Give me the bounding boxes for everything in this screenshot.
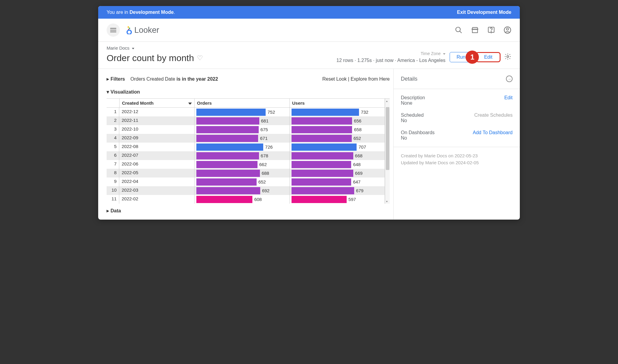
bar-fill bbox=[196, 143, 263, 151]
users-cell: 658 bbox=[290, 125, 385, 134]
bar-value-label: 678 bbox=[261, 153, 268, 158]
scroll-down-icon: ▾ bbox=[386, 200, 388, 203]
look-settings-button[interactable] bbox=[504, 53, 511, 61]
created-by-text: Created by Marie Docs on 2022-05-23 bbox=[401, 153, 513, 159]
exit-dev-mode-button[interactable]: Exit Development Mode bbox=[457, 10, 511, 15]
favorite-icon[interactable]: ♡ bbox=[197, 54, 203, 62]
row-index: 10 bbox=[107, 186, 119, 195]
marketplace-icon[interactable] bbox=[471, 26, 479, 34]
main-menu-button[interactable] bbox=[107, 23, 120, 37]
dev-banner-prefix: You are in bbox=[107, 10, 130, 15]
scrollbar-thumb[interactable] bbox=[386, 107, 389, 170]
month-cell[interactable]: 2022-03 bbox=[119, 186, 195, 195]
users-cell: 707 bbox=[290, 143, 385, 151]
breadcrumb[interactable]: Marie Docs bbox=[107, 45, 511, 51]
row-index: 6 bbox=[107, 151, 119, 160]
row-index: 7 bbox=[107, 160, 119, 169]
table-row: 72022-06662648 bbox=[107, 160, 385, 169]
orders-cell: 662 bbox=[195, 160, 290, 169]
query-stats: 12 rows · 1.275s · just now · America - … bbox=[336, 58, 445, 63]
users-cell: 652 bbox=[290, 134, 385, 143]
dashboards-block: On Dashboards No bbox=[401, 130, 435, 141]
bar-fill bbox=[292, 170, 353, 177]
bar-fill bbox=[196, 126, 259, 133]
table-row: 112022-02608597 bbox=[107, 195, 385, 204]
account-icon[interactable] bbox=[504, 26, 511, 34]
bar-fill bbox=[196, 135, 258, 142]
dashboards-label: On Dashboards bbox=[401, 130, 435, 135]
bar-fill bbox=[196, 187, 260, 194]
add-to-dashboard-link[interactable]: Add To Dashboard bbox=[473, 130, 513, 141]
bar-value-label: 679 bbox=[356, 188, 364, 193]
users-cell: 597 bbox=[290, 195, 385, 204]
filters-toggle[interactable]: Filters bbox=[107, 76, 125, 82]
month-cell[interactable]: 2022-11 bbox=[119, 116, 195, 125]
timezone-selector[interactable]: Time Zone bbox=[421, 51, 445, 56]
timezone-label: Time Zone bbox=[421, 51, 441, 56]
details-dashboards: On Dashboards No Add To Dashboard bbox=[401, 130, 513, 141]
details-body: Description None Edit Scheduled No Creat… bbox=[394, 89, 520, 147]
month-cell[interactable]: 2022-02 bbox=[119, 195, 195, 204]
row-index: 4 bbox=[107, 134, 119, 143]
dev-banner-suffix: . bbox=[174, 10, 175, 15]
table-row: 12022-12752732 bbox=[107, 108, 385, 116]
bar-value-label: 656 bbox=[354, 118, 361, 123]
bar-fill bbox=[292, 135, 352, 142]
header-row: Order count by month ♡ Time Zone 12 rows… bbox=[107, 51, 511, 63]
chevron-down-icon bbox=[187, 100, 192, 106]
bar-value-label: 608 bbox=[254, 197, 262, 202]
month-cell[interactable]: 2022-10 bbox=[119, 125, 195, 134]
month-cell[interactable]: 2022-08 bbox=[119, 143, 195, 151]
page-header: Marie Docs Order count by month ♡ Time Z… bbox=[98, 42, 520, 69]
month-cell[interactable]: 2022-07 bbox=[119, 151, 195, 160]
page-title-text: Order count by month bbox=[107, 53, 194, 63]
explore-from-here-link[interactable]: Explore from Here bbox=[351, 76, 390, 82]
table-row: 52022-08726707 bbox=[107, 143, 385, 151]
bar-fill bbox=[196, 117, 259, 125]
edit-description-link[interactable]: Edit bbox=[504, 95, 513, 106]
create-schedules-link[interactable]: Create Schedules bbox=[474, 113, 513, 123]
scrollbar[interactable]: ▴ ▾ bbox=[385, 99, 390, 204]
bar-value-label: 671 bbox=[260, 136, 267, 141]
looker-logo[interactable]: Looker bbox=[126, 26, 159, 35]
reset-look-link[interactable]: Reset Look bbox=[322, 76, 347, 82]
orders-cell: 675 bbox=[195, 125, 290, 134]
help-icon[interactable] bbox=[487, 26, 495, 34]
month-cell[interactable]: 2022-04 bbox=[119, 177, 195, 186]
data-section-toggle[interactable]: Data bbox=[107, 208, 390, 214]
details-expand-button[interactable]: → bbox=[506, 76, 513, 82]
bar-fill bbox=[292, 187, 354, 194]
month-cell[interactable]: 2022-06 bbox=[119, 160, 195, 169]
filter-separator: | bbox=[348, 76, 351, 82]
description-value: None bbox=[401, 100, 425, 106]
bar-value-label: 668 bbox=[355, 153, 363, 158]
svg-point-1 bbox=[129, 28, 130, 29]
month-cell[interactable]: 2022-05 bbox=[119, 169, 195, 177]
table-row: 102022-03692679 bbox=[107, 186, 385, 195]
orders-header[interactable]: Orders bbox=[195, 99, 290, 107]
filters-left: Filters Orders Created Date is in the ye… bbox=[107, 76, 218, 82]
search-icon[interactable] bbox=[455, 26, 463, 34]
visualization-toggle[interactable]: Visualization bbox=[107, 89, 390, 95]
orders-cell: 678 bbox=[195, 151, 290, 160]
edit-button-wrapper: 1 Edit bbox=[476, 52, 501, 62]
users-cell: 648 bbox=[290, 160, 385, 169]
users-cell: 668 bbox=[290, 151, 385, 160]
details-meta: Created by Marie Docs on 2022-05-23 Upda… bbox=[394, 147, 520, 171]
description-block: Description None bbox=[401, 95, 425, 106]
dev-banner-text: You are in Development Mode. bbox=[107, 10, 175, 15]
svg-line-5 bbox=[460, 31, 462, 33]
month-cell[interactable]: 2022-09 bbox=[119, 134, 195, 143]
created-month-header[interactable]: Created Month bbox=[119, 99, 195, 107]
users-header[interactable]: Users bbox=[290, 99, 385, 107]
edit-button[interactable]: Edit bbox=[476, 52, 501, 62]
svg-point-7 bbox=[491, 31, 491, 32]
bar-fill bbox=[292, 196, 347, 203]
orders-cell: 652 bbox=[195, 177, 290, 186]
bar-fill bbox=[292, 161, 351, 168]
row-index: 2 bbox=[107, 116, 119, 125]
bar-fill bbox=[292, 109, 359, 116]
visualization-table: Created Month Orders Users 12022-1275273… bbox=[107, 98, 390, 204]
bar-value-label: 658 bbox=[354, 127, 361, 132]
month-cell[interactable]: 2022-12 bbox=[119, 108, 195, 116]
